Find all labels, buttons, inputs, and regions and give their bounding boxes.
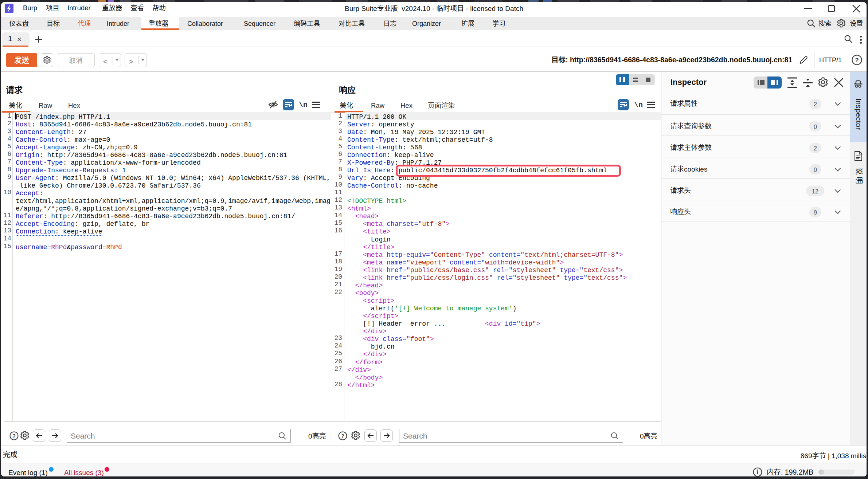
svg-text:?: ? xyxy=(341,433,344,439)
svg-text:?: ? xyxy=(855,57,859,64)
svg-text:?: ? xyxy=(12,433,16,439)
